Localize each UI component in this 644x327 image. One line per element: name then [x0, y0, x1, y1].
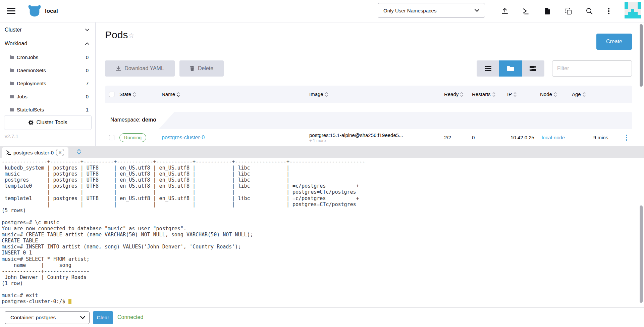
sort-icon [492, 92, 495, 97]
sidebar-section-label: Cluster [5, 27, 85, 33]
folder-icon [9, 107, 14, 111]
terminal-output[interactable]: ---------------+----------+----------+--… [0, 158, 644, 307]
column-header-image[interactable]: Image [309, 86, 328, 103]
favorite-star-icon[interactable]: ☆ [128, 32, 135, 40]
ready-cell: 2/2 [444, 129, 451, 146]
image-name: postgres:15.1-alpine@sha256:f19eede5... [309, 132, 403, 138]
file-icon[interactable] [541, 5, 553, 17]
sidebar-item-label: CronJobs [17, 54, 86, 60]
column-header-ready[interactable]: Ready [444, 86, 463, 103]
namespace-filter-select[interactable]: Only User Namespaces [378, 3, 485, 18]
kebab-menu-icon[interactable] [603, 5, 615, 17]
column-header-ip[interactable]: IP [507, 86, 517, 103]
sidebar-item-deployments[interactable]: Deployments 7 [0, 78, 95, 89]
close-tab-icon[interactable]: ✕ [56, 149, 64, 156]
column-header-name[interactable]: Name [162, 86, 180, 103]
image-more: + 1 more [309, 138, 326, 143]
download-yaml-label: Download YAML [124, 65, 164, 72]
sort-icon [133, 92, 136, 97]
column-header-node[interactable]: Node [540, 86, 557, 103]
row-actions-cell [626, 129, 627, 146]
clear-button[interactable]: Clear [93, 311, 113, 324]
state-cell: Running [119, 129, 146, 146]
sidebar-section-workload[interactable]: Workload [0, 38, 95, 49]
cluster-tools-button[interactable]: Cluster Tools [4, 115, 92, 130]
name-cell: postgres-cluster-0 [162, 129, 205, 146]
sidebar-item-statefulsets[interactable]: StatefulSets 1 [0, 104, 95, 115]
sidebar-item-count: 0 [86, 94, 89, 99]
row-checkbox[interactable] [109, 135, 114, 140]
panel-resize-icon[interactable] [74, 147, 83, 156]
sidebar-nav: Cluster Workload CronJobs 0 DaemonSets 0… [0, 22, 96, 146]
chevron-down-icon [85, 29, 89, 31]
page-title: Pods [105, 29, 128, 41]
create-button[interactable]: Create [596, 34, 632, 50]
sort-icon-active [177, 92, 180, 97]
folder-icon [9, 68, 14, 72]
shell-tab-label: postgres-cluster-0 [13, 150, 54, 155]
trash-icon [190, 66, 195, 71]
page-scrollbar[interactable] [640, 24, 643, 87]
sidebar-item-count: 7 [86, 81, 89, 86]
namespace-filter-value: Only User Namespaces [383, 8, 475, 13]
namespace-group-band [159, 112, 632, 129]
folder-icon [9, 55, 14, 59]
upload-icon[interactable] [499, 5, 511, 17]
pod-name-link[interactable]: postgres-cluster-0 [162, 135, 205, 141]
terminal-cursor [68, 299, 71, 304]
gear-icon [28, 120, 34, 125]
chevron-up-icon [85, 42, 89, 45]
filter-input[interactable] [552, 60, 632, 77]
hamburger-menu-icon[interactable] [7, 8, 15, 14]
sidebar-item-daemonsets[interactable]: DaemonSets 0 [0, 64, 95, 76]
sidebar-item-count: 0 [86, 54, 89, 60]
container-select[interactable]: Container: postgres [5, 311, 90, 324]
table-row[interactable]: Running postgres-cluster-0 postgres:15.1… [105, 129, 632, 146]
restarts-cell: 0 [472, 129, 475, 146]
delete-button[interactable]: Delete [179, 60, 224, 77]
folder-icon [9, 81, 14, 85]
sidebar-section-cluster[interactable]: Cluster [0, 24, 95, 36]
import-yaml-icon[interactable] [562, 5, 574, 17]
select-all-checkbox[interactable] [109, 92, 114, 97]
sort-icon [514, 92, 517, 97]
container-select-value: Container: postgres [10, 315, 80, 321]
view-grouped-button[interactable] [499, 60, 522, 77]
download-icon [116, 66, 121, 72]
namespace-group-label: Namespace: demo [110, 117, 156, 123]
sort-icon [460, 92, 463, 97]
sidebar-item-count: 1 [86, 107, 89, 112]
node-link[interactable]: local-node [542, 135, 565, 140]
terminal-prompt-icon [6, 150, 11, 155]
view-list-button[interactable] [477, 60, 499, 77]
sidebar-item-cronjobs[interactable]: CronJobs 0 [0, 51, 95, 63]
delete-label: Delete [198, 65, 213, 72]
age-cell: 9 mins [593, 129, 608, 146]
column-header-age[interactable]: Age [572, 86, 586, 103]
rancher-logo-icon[interactable] [28, 4, 42, 18]
shell-footer-bar: Container: postgres Clear Connected [0, 307, 644, 327]
pods-page: Pods ☆ Create Download YAML Delete [96, 22, 644, 146]
row-kebab-menu-icon[interactable] [626, 135, 627, 141]
namespace-name: demo [142, 117, 156, 123]
shell-tab[interactable]: postgres-cluster-0 ✕ [2, 147, 68, 158]
rancher-app: local Only User Namespaces [0, 0, 644, 327]
column-header-state[interactable]: State [119, 86, 136, 103]
top-header: local Only User Namespaces [0, 0, 644, 22]
download-yaml-button[interactable]: Download YAML [105, 60, 175, 77]
sidebar-item-jobs[interactable]: Jobs 0 [0, 91, 95, 102]
view-flat-button[interactable] [522, 60, 544, 77]
view-toggle-group [477, 60, 544, 77]
cluster-name[interactable]: local [45, 8, 58, 14]
status-badge: Running [119, 133, 146, 142]
shell-panel: postgres-cluster-0 ✕ ---------------+---… [0, 146, 644, 307]
search-icon[interactable] [583, 5, 595, 17]
kubectl-shell-icon[interactable] [520, 5, 532, 17]
column-header-restarts[interactable]: Restarts [472, 86, 495, 103]
connection-status: Connected [117, 314, 143, 320]
sort-icon [325, 92, 328, 97]
pods-table: State Name Image Ready Restarts [105, 86, 632, 146]
namespace-group-row: Namespace: demo [105, 112, 632, 129]
avatar[interactable] [625, 2, 641, 18]
terminal-scrollbar[interactable] [640, 205, 643, 303]
